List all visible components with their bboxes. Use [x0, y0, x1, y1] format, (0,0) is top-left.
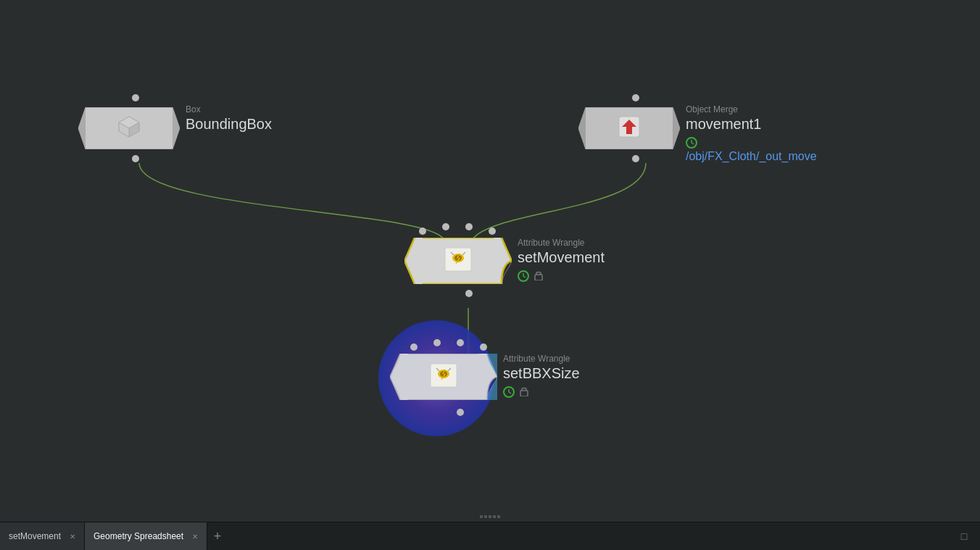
- maximize-button[interactable]: □: [954, 526, 974, 546]
- connector-top-merge: [632, 94, 639, 101]
- node-tile-aw2: [390, 354, 497, 400]
- clock-icon-aw1: [518, 270, 529, 282]
- node-labels-bounding-box: Box BoundingBox: [186, 104, 272, 133]
- tab-label-set-movement: setMovement: [9, 531, 61, 541]
- connector-aw1-in1: [419, 228, 426, 235]
- tab-geometry-spreadsheet[interactable]: Geometry Spreadsheet ✕: [85, 522, 207, 550]
- tab-add-icon: +: [214, 529, 222, 544]
- resize-handle[interactable]: [476, 514, 504, 519]
- node-icon-box: [116, 114, 142, 143]
- connector-bottom-merge: [632, 155, 639, 162]
- merge-status-row: [686, 137, 817, 149]
- node-type-merge: Object Merge: [686, 104, 817, 114]
- maximize-icon: □: [961, 530, 967, 542]
- connector-aw1-in3: [465, 223, 473, 230]
- connector-aw2-in4: [480, 343, 487, 351]
- node-attr-wrangle-2[interactable]: Attribute Wrangle setBBXSize: [390, 354, 497, 400]
- tab-add-button[interactable]: +: [207, 526, 228, 546]
- svg-marker-9: [673, 107, 680, 149]
- node-name-aw2: setBBXSize: [503, 365, 580, 382]
- node-icon-merge: [616, 114, 642, 143]
- node-canvas: Box BoundingBox O: [0, 0, 980, 522]
- node-labels-aw1: Attribute Wrangle setMovement: [518, 238, 605, 282]
- node-labels-aw2: Attribute Wrangle setBBXSize: [503, 354, 580, 398]
- tab-bar: setMovement ✕ Geometry Spreadsheet ✕ + □: [0, 522, 980, 550]
- node-type-aw2: Attribute Wrangle: [503, 354, 580, 364]
- node-tile-object-merge: [578, 107, 680, 149]
- connector-aw1-in2: [442, 223, 449, 230]
- lock-icon-aw2: [519, 386, 529, 396]
- node-type-box: Box: [186, 104, 272, 114]
- aw2-status-row: [503, 386, 580, 398]
- connector-aw2-in3: [457, 339, 464, 346]
- svg-line-23: [523, 276, 526, 278]
- merge-path-label: /obj/FX_Cloth/_out_move: [686, 150, 817, 163]
- connector-bottom: [132, 155, 139, 162]
- node-bounding-box[interactable]: Box BoundingBox: [78, 107, 180, 149]
- tab-label-geometry-spreadsheet: Geometry Spreadsheet: [94, 531, 183, 541]
- svg-line-14: [692, 143, 694, 144]
- connector-aw2-out: [457, 409, 464, 416]
- node-labels-merge: Object Merge movement1 /obj/FX_Cloth/_ou…: [686, 104, 817, 163]
- svg-line-33: [509, 392, 511, 393]
- node-object-merge[interactable]: Object Merge movement1 /obj/FX_Cloth/_ou…: [578, 107, 680, 149]
- node-type-aw1: Attribute Wrangle: [518, 238, 605, 248]
- connector-aw2-in2: [433, 339, 441, 346]
- tab-set-movement[interactable]: setMovement ✕: [0, 522, 85, 550]
- connector-aw2-in1: [410, 343, 418, 351]
- node-attr-wrangle-1[interactable]: Attribute Wrangle setMovement: [404, 238, 512, 284]
- tab-close-geometry-spreadsheet[interactable]: ✕: [192, 533, 198, 541]
- node-icon-aw2: [426, 358, 461, 396]
- clock-icon-aw2: [503, 386, 515, 398]
- svg-rect-24: [535, 275, 542, 280]
- connector-aw1-out: [465, 290, 473, 297]
- connector-aw1-in4: [489, 228, 496, 235]
- connector-top: [132, 94, 139, 101]
- node-tile-aw1: [404, 238, 512, 284]
- svg-marker-8: [578, 107, 586, 149]
- clock-icon-merge: [686, 137, 697, 149]
- node-name-merge: movement1: [686, 116, 817, 133]
- aw1-status-row: [518, 270, 605, 282]
- node-name-bounding-box: BoundingBox: [186, 116, 272, 133]
- node-name-aw1: setMovement: [518, 249, 605, 266]
- node-tile-bounding-box: [78, 107, 180, 149]
- node-icon-aw1: [441, 242, 476, 280]
- tab-close-set-movement[interactable]: ✕: [70, 533, 75, 541]
- svg-marker-1: [78, 107, 86, 149]
- svg-marker-2: [173, 107, 180, 149]
- lock-icon-aw1: [533, 270, 544, 280]
- svg-rect-34: [520, 391, 528, 396]
